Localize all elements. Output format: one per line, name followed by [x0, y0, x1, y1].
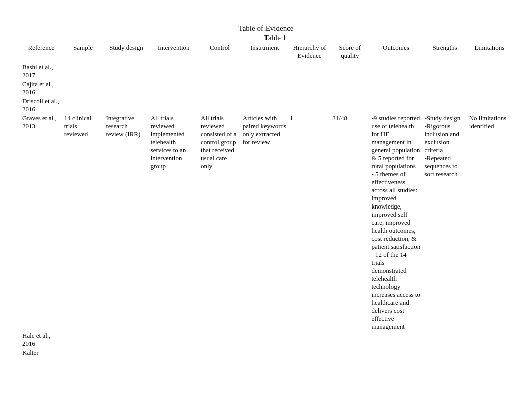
header-instrument: Instrument — [241, 43, 289, 63]
cell-score — [330, 331, 369, 348]
cell-instrument — [241, 331, 289, 348]
cell-reference: Kalter- — [20, 348, 62, 357]
cell-reference: Bashi et al., 2017 — [20, 63, 62, 80]
cell-control — [199, 63, 241, 80]
cell-intervention: All trials reviewed implemented teleheal… — [149, 114, 199, 331]
cell-strengths — [422, 80, 467, 97]
table-row: Graves et al., 2013 14 clinical trials r… — [20, 114, 512, 331]
cell-outcomes — [369, 331, 422, 348]
cell-strengths — [422, 331, 467, 348]
cell-limitations — [467, 331, 512, 348]
cell-sample — [62, 80, 104, 97]
cell-hierarchy — [289, 348, 331, 357]
cell-score — [330, 348, 369, 357]
cell-sample — [62, 97, 104, 114]
cell-reference: Cajita et al., 2016 — [20, 80, 62, 97]
document-subtitle: Table 1 — [20, 34, 512, 42]
cell-score — [330, 97, 369, 114]
header-hierarchy: Hierarchy of Evidence — [289, 43, 331, 63]
cell-score — [330, 80, 369, 97]
cell-control — [199, 97, 241, 114]
cell-control — [199, 348, 241, 357]
header-limitations: Limitations — [467, 43, 512, 63]
table-row: Kalter- — [20, 348, 512, 357]
table-row: Hale et al., 2016 — [20, 331, 512, 348]
cell-hierarchy — [289, 331, 331, 348]
cell-instrument: Articles with paired keywords only extra… — [241, 114, 289, 331]
cell-reference: Hale et al., 2016 — [20, 331, 62, 348]
cell-sample — [62, 348, 104, 357]
cell-hierarchy — [289, 80, 331, 97]
cell-reference: Graves et al., 2013 — [20, 114, 62, 331]
cell-studydesign — [104, 331, 148, 348]
header-outcomes: Outcomes — [369, 43, 422, 63]
cell-limitations — [467, 80, 512, 97]
cell-outcomes — [369, 97, 422, 114]
cell-outcomes — [369, 348, 422, 357]
cell-limitations — [467, 97, 512, 114]
cell-strengths: -Study design-Rigorous inclusion and exc… — [422, 114, 467, 331]
cell-sample — [62, 331, 104, 348]
cell-hierarchy — [289, 63, 331, 80]
cell-sample — [62, 63, 104, 80]
table-body: Bashi et al., 2017 Cajita et al., 2016 — [20, 63, 512, 357]
header-sample: Sample — [62, 43, 104, 63]
cell-intervention — [149, 348, 199, 357]
cell-outcomes — [369, 63, 422, 80]
cell-strengths — [422, 97, 467, 114]
cell-strengths — [422, 63, 467, 80]
cell-studydesign: Integrative research review (IRR) — [104, 114, 148, 331]
cell-control — [199, 80, 241, 97]
document-title: Table of Evidence — [20, 24, 512, 33]
cell-instrument — [241, 80, 289, 97]
cell-control — [199, 331, 241, 348]
cell-hierarchy: I — [289, 114, 331, 331]
header-row: Reference Sample Study design Interventi… — [20, 43, 512, 63]
cell-hierarchy — [289, 97, 331, 114]
cell-studydesign — [104, 97, 148, 114]
table-row: Bashi et al., 2017 — [20, 63, 512, 80]
cell-studydesign — [104, 80, 148, 97]
cell-studydesign — [104, 63, 148, 80]
table-row: Cajita et al., 2016 — [20, 80, 512, 97]
cell-instrument — [241, 97, 289, 114]
cell-reference: Driscoll et al., 2016 — [20, 97, 62, 114]
cell-intervention — [149, 97, 199, 114]
cell-sample: 14 clinical trials reviewed — [62, 114, 104, 331]
cell-intervention — [149, 331, 199, 348]
cell-score: 31/48 — [330, 114, 369, 331]
cell-limitations — [467, 348, 512, 357]
cell-studydesign — [104, 348, 148, 357]
cell-strengths — [422, 348, 467, 357]
cell-limitations: No limitations identified — [467, 114, 512, 331]
table-row: Driscoll et al., 2016 — [20, 97, 512, 114]
header-intervention: Intervention — [149, 43, 199, 63]
cell-outcomes: -9 studies reported use of telehealth fo… — [369, 114, 422, 331]
header-reference: Reference — [20, 43, 62, 63]
cell-intervention — [149, 63, 199, 80]
cell-outcomes — [369, 80, 422, 97]
header-studydesign: Study design — [104, 43, 148, 63]
cell-limitations — [467, 63, 512, 80]
header-control: Control — [199, 43, 241, 63]
cell-score — [330, 63, 369, 80]
cell-instrument — [241, 348, 289, 357]
cell-control: All trials reviewed consisted of a contr… — [199, 114, 241, 331]
header-strengths: Strengths — [422, 43, 467, 63]
cell-instrument — [241, 63, 289, 80]
cell-intervention — [149, 80, 199, 97]
header-score: Score of quality — [330, 43, 369, 63]
evidence-table: Reference Sample Study design Interventi… — [20, 43, 512, 357]
